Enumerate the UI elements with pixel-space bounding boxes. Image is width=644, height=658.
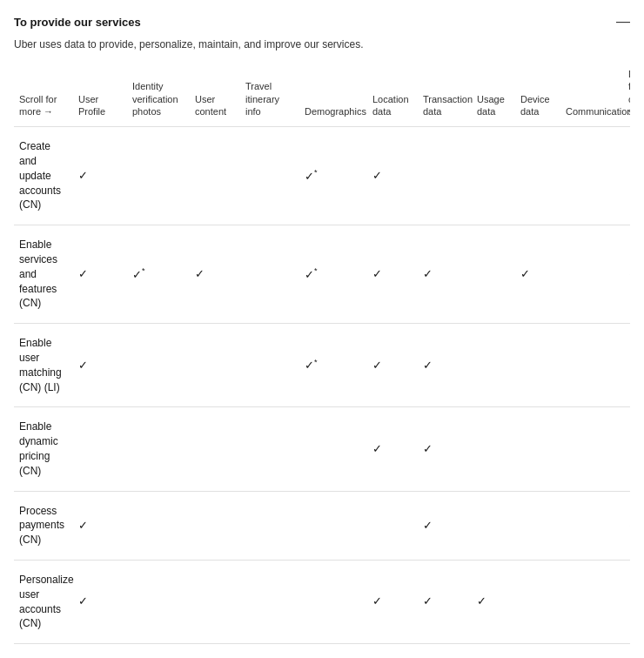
cell-device [515, 127, 560, 225]
table-row: Enable user matching (CN) (LI)✓✓✓✓ [14, 324, 630, 407]
check-icon: ✓ [372, 359, 382, 372]
check-icon: ✓ [628, 267, 630, 280]
row-label: Personalize user accounts (CN) [14, 560, 73, 643]
col-header-travel: Travel itinerary info [240, 63, 299, 127]
check-icon: ✓ [78, 267, 88, 280]
cell-communications [560, 560, 623, 643]
col-header-demographics: Demographics [299, 63, 367, 127]
cell-user_profile: ✓ [73, 560, 127, 643]
table-row: Enable services and features (CN)✓✓✓✓✓✓✓… [14, 225, 630, 324]
cell-user_profile: ✓ [73, 225, 127, 324]
cell-user_profile: ✓ [73, 644, 127, 658]
check-icon: ✓ [423, 519, 433, 532]
cell-communications [560, 491, 623, 560]
cell-transaction: ✓ [418, 560, 472, 643]
cell-demographics [299, 560, 367, 643]
check-icon: ✓ [78, 359, 88, 372]
cell-device [515, 324, 560, 407]
check-icon: ✓ [372, 594, 382, 608]
section-title: To provide our services [14, 16, 141, 29]
cell-location: ✓ [367, 560, 418, 643]
cell-identity [127, 127, 190, 225]
cell-demographics [299, 644, 367, 658]
cell-identity [127, 644, 190, 658]
cell-location: ✓ [367, 407, 418, 491]
cell-user_content [190, 127, 240, 225]
cell-usage [472, 407, 515, 491]
cell-user_content [190, 324, 240, 407]
check-icon: ✓ [423, 594, 433, 608]
cell-travel [240, 560, 299, 643]
cell-user_profile: ✓ [73, 324, 127, 407]
row-label: Enable services and features (CN) [14, 225, 73, 324]
check-icon: ✓ [372, 267, 382, 280]
cell-transaction [418, 127, 472, 225]
table-row: Process payments (CN)✓✓✓ [14, 491, 630, 560]
check-star-icon: ✓ [132, 268, 145, 281]
cell-location: ✓ [367, 324, 418, 407]
cell-communications [560, 644, 623, 658]
cell-data_other [623, 324, 630, 407]
cell-communications [560, 127, 623, 225]
check-icon: ✓ [372, 442, 382, 455]
check-star-icon: ✓ [305, 359, 318, 372]
col-header-location: Location data [367, 63, 418, 127]
cell-transaction: ✓ [418, 407, 472, 491]
cell-user_content: ✓ [190, 225, 240, 324]
check-icon: ✓ [78, 169, 88, 182]
cell-demographics: ✓ [299, 225, 367, 324]
cell-location: ✓ [367, 225, 418, 324]
cell-device [515, 560, 560, 643]
check-icon: ✓ [423, 359, 433, 372]
cell-usage [472, 225, 515, 324]
cell-location: ✓ [367, 127, 418, 225]
cell-identity [127, 324, 190, 407]
cell-location [367, 491, 418, 560]
cell-travel [240, 407, 299, 491]
cell-data_other [623, 560, 630, 643]
cell-identity: ✓ [127, 225, 190, 324]
cell-data_other [623, 127, 630, 225]
cell-usage: ✓ [472, 644, 515, 658]
col-header-scroll: Scroll for more → [14, 63, 73, 127]
check-star-icon: ✓ [305, 268, 318, 281]
col-header-communications: Communications [560, 63, 623, 127]
col-header-identity: Identity verification photos [127, 63, 190, 127]
table-row: Enable dynamic pricing (CN)✓✓ [14, 407, 630, 491]
cell-transaction: ✓ [418, 324, 472, 407]
cell-user_content [190, 491, 240, 560]
check-icon: ✓ [423, 267, 433, 280]
cell-data_other: ✓ [623, 225, 630, 324]
cell-usage: ✓ [472, 560, 515, 643]
cell-demographics: ✓ [299, 324, 367, 407]
table-row: Create and update accounts (CN)✓✓✓ [14, 127, 630, 225]
cell-demographics: ✓ [299, 127, 367, 225]
cell-location [367, 644, 418, 658]
cell-device [515, 407, 560, 491]
check-icon: ✓ [78, 519, 88, 532]
row-label: Create and update accounts (CN) [14, 127, 73, 225]
col-header-transaction: Transaction data [418, 63, 472, 127]
cell-device [515, 491, 560, 560]
cell-transaction: ✓ [418, 491, 472, 560]
check-icon: ✓ [477, 594, 486, 608]
row-label: Process payments (CN) [14, 491, 73, 560]
cell-user_profile: ✓ [73, 491, 127, 560]
cell-usage [472, 491, 515, 560]
row-label: Enable user matching (CN) (LI) [14, 324, 73, 407]
check-icon: ✓ [423, 442, 433, 455]
table-row: Personalize user accounts (CN)✓✓✓✓ [14, 560, 630, 643]
cell-user_content [190, 644, 240, 658]
check-icon: ✓ [628, 519, 630, 532]
cell-communications [560, 225, 623, 324]
cell-transaction: ✓ [418, 225, 472, 324]
check-icon: ✓ [372, 169, 382, 182]
collapse-icon[interactable]: — [616, 14, 630, 30]
cell-demographics [299, 407, 367, 491]
cell-travel [240, 127, 299, 225]
cell-transaction [418, 644, 472, 658]
col-header-device: Device data [515, 63, 560, 127]
cell-identity [127, 491, 190, 560]
cell-communications [560, 324, 623, 407]
cell-device: ✓ [515, 644, 560, 658]
